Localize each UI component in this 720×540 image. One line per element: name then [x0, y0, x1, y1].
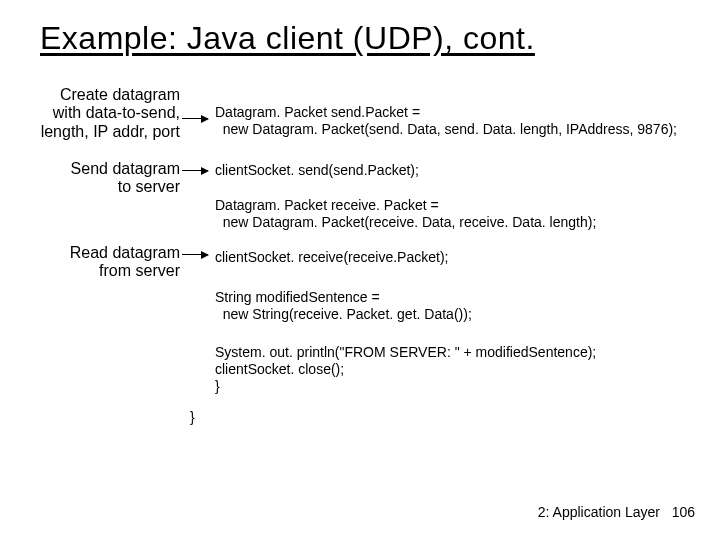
code-line: String modifiedSentence =	[215, 290, 380, 305]
arrow-icon	[182, 118, 208, 119]
code-line: }	[215, 379, 220, 394]
annotation-send-datagram: Send datagram to server	[0, 160, 180, 197]
footer-section: 2: Application Layer	[538, 504, 660, 520]
annotation-create-datagram: Create datagram with data-to-send, lengt…	[0, 86, 180, 141]
code-line: Datagram. Packet send.Packet =	[215, 105, 420, 120]
slide: Example: Java client (UDP), cont. Create…	[0, 0, 720, 540]
arrow-icon	[182, 170, 208, 171]
code-line: System. out. println("FROM SERVER: " + m…	[215, 345, 596, 360]
code-line: new Datagram. Packet(receive. Data, rece…	[215, 215, 596, 230]
code-line: clientSocket. receive(receive.Packet);	[215, 250, 448, 265]
code-line: new Datagram. Packet(send. Data, send. D…	[215, 122, 677, 137]
code-line: }	[190, 410, 195, 425]
code-line: clientSocket. send(send.Packet);	[215, 163, 419, 178]
arrow-icon	[182, 254, 208, 255]
code-line: Datagram. Packet receive. Packet =	[215, 198, 439, 213]
slide-title: Example: Java client (UDP), cont.	[40, 20, 535, 57]
annotation-read-datagram: Read datagram from server	[0, 244, 180, 281]
code-line: clientSocket. close();	[215, 362, 344, 377]
code-line: new String(receive. Packet. get. Data())…	[215, 307, 472, 322]
page-number: 106	[672, 504, 695, 520]
